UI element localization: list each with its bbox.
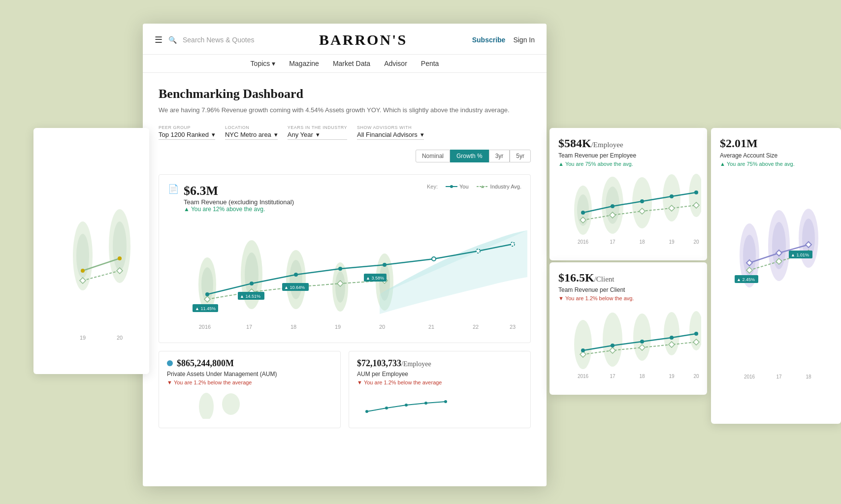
advisors-label: SHOW ADVISORS WITH xyxy=(357,125,424,130)
key-label: Key: xyxy=(427,184,438,189)
svg-point-74 xyxy=(640,199,644,203)
rev-employee-card: $584K/Employee Team Revenue per Employee… xyxy=(550,128,707,260)
key-industry: Industry Avg. xyxy=(477,184,521,189)
rev-emp-chart: 2016 17 18 19 20 xyxy=(558,171,701,250)
location-label: LOCATION xyxy=(225,125,278,130)
svg-point-82 xyxy=(574,320,592,369)
aum-emp-unit: /Employee xyxy=(401,360,431,368)
location-arrow: ▾ xyxy=(274,131,278,138)
svg-point-23 xyxy=(383,263,387,267)
svg-text:21: 21 xyxy=(428,324,434,330)
years-value: Any Year xyxy=(288,131,313,138)
svg-point-75 xyxy=(670,194,674,198)
page-title: Benchmarking Dashboard xyxy=(159,87,531,101)
main-card-icon: 📄 xyxy=(168,184,179,194)
svg-point-24 xyxy=(432,257,436,261)
rev-emp-change: ▲ You are 75% above the avg. xyxy=(558,161,698,167)
filter-years: YEARS IN THE INDUSTRY Any Year ▾ xyxy=(288,125,347,140)
aum-emp-arrow: ▼ xyxy=(357,379,362,385)
main-chart-svg: ▲ 11.45% ▲ 14.51% ▲ 10.64% ▲ 3.58% 2016 … xyxy=(168,216,531,334)
svg-point-26 xyxy=(511,242,515,246)
svg-text:2016: 2016 xyxy=(744,374,755,379)
far-right-chart: ▲ 2.45% ▲ 1.01% 2016 17 18 xyxy=(720,167,838,413)
svg-point-43 xyxy=(199,393,214,419)
nav-magazine[interactable]: Magazine xyxy=(289,60,319,67)
site-logo: BARRON'S xyxy=(319,32,407,48)
svg-text:▲ 10.64%: ▲ 10.64% xyxy=(284,285,305,290)
far-right-value: $2.01M xyxy=(720,137,832,150)
advisors-arrow: ▾ xyxy=(420,131,424,138)
aum-card: $865,244,800M Private Assets Under Manag… xyxy=(159,351,341,428)
aum-change-text: You are 1.2% below the average xyxy=(174,379,252,385)
aum-change-arrow: ▼ xyxy=(167,379,172,385)
svg-point-57 xyxy=(118,256,122,260)
svg-text:19: 19 xyxy=(669,374,675,379)
svg-text:17: 17 xyxy=(610,239,615,245)
search-bar[interactable]: Search News & Quotes xyxy=(183,36,255,44)
rev-emp-value: $584K/Employee xyxy=(558,137,698,150)
main-metric-value: $6.3M xyxy=(184,184,294,198)
svg-point-66 xyxy=(689,174,701,217)
header: ☰ 🔍 Search News & Quotes BARRON'S Subscr… xyxy=(143,24,547,55)
location-select[interactable]: NYC Metro area ▾ xyxy=(225,131,278,140)
nav-market-data[interactable]: Market Data xyxy=(333,60,370,67)
svg-point-72 xyxy=(581,211,585,215)
toggle-nominal[interactable]: Nominal xyxy=(416,150,450,162)
svg-text:2016: 2016 xyxy=(578,374,589,379)
svg-point-84 xyxy=(633,314,651,361)
rev-client-label: Team Revenue per Client xyxy=(558,286,698,293)
advisors-value: All Financial Advisors xyxy=(357,131,418,138)
svg-text:18: 18 xyxy=(291,324,296,330)
far-right-label: Average Account Size xyxy=(720,152,832,159)
far-right-change-text: You are 75% above the avg. xyxy=(727,161,795,167)
svg-point-49 xyxy=(444,400,447,403)
subscribe-link[interactable]: Subscribe xyxy=(472,36,506,44)
nav-penta[interactable]: Penta xyxy=(421,60,439,67)
years-select[interactable]: Any Year ▾ xyxy=(288,131,347,140)
svg-point-56 xyxy=(81,269,85,273)
toggle-group: Nominal Growth % 3yr 5yr xyxy=(416,150,531,162)
nav-topics[interactable]: Topics ▾ xyxy=(251,60,276,67)
nav-advisor[interactable]: Advisor xyxy=(384,60,407,67)
svg-text:17: 17 xyxy=(246,324,252,330)
svg-text:18: 18 xyxy=(639,239,645,245)
toggle-5yr[interactable]: 5yr xyxy=(510,150,531,162)
far-right-card: $2.01M Average Account Size ▲ You are 75… xyxy=(711,128,841,424)
hamburger-icon[interactable]: ☰ xyxy=(155,34,162,45)
svg-point-22 xyxy=(338,267,342,271)
peer-group-select[interactable]: Top 1200 Ranked ▾ xyxy=(159,131,215,140)
main-metric-label: Team Revenue (excluding Institutional) xyxy=(184,198,294,206)
svg-text:2016: 2016 xyxy=(578,239,589,245)
svg-text:17: 17 xyxy=(610,374,615,379)
toggle-growth[interactable]: Growth % xyxy=(450,150,489,162)
aum-emp-mini-chart xyxy=(357,389,455,419)
svg-point-96 xyxy=(694,332,698,336)
svg-point-94 xyxy=(640,340,644,344)
svg-point-47 xyxy=(405,404,408,407)
svg-text:18: 18 xyxy=(639,374,645,379)
svg-point-1 xyxy=(450,185,453,188)
search-icon: 🔍 xyxy=(168,36,177,44)
aum-label: Private Assets Under Management (AUM) xyxy=(167,371,332,378)
main-change-text: You are 12% above the avg. xyxy=(191,206,265,213)
svg-point-92 xyxy=(581,348,585,352)
aum-mini-chart xyxy=(167,389,265,419)
aum-change: ▼ You are 1.2% below the average xyxy=(167,379,332,385)
aum-card-header: $865,244,800M xyxy=(167,358,332,369)
filter-row: PEER GROUP Top 1200 Ranked ▾ LOCATION NY… xyxy=(159,125,531,162)
toggle-3yr[interactable]: 3yr xyxy=(489,150,510,162)
filter-advisors: SHOW ADVISORS WITH All Financial Advisor… xyxy=(357,125,424,140)
far-right-change: ▲ You are 75% above the avg. xyxy=(720,161,832,167)
advisors-select[interactable]: All Financial Advisors ▾ xyxy=(357,131,424,140)
svg-point-46 xyxy=(385,407,388,410)
main-card-header: 📄 $6.3M Team Revenue (excluding Institut… xyxy=(168,184,521,213)
signin-link[interactable]: Sign In xyxy=(513,36,535,44)
rev-client-change-text: You are 1.2% below the avg. xyxy=(565,295,634,301)
svg-point-19 xyxy=(205,292,209,296)
svg-point-95 xyxy=(670,336,674,340)
peer-group-label: PEER GROUP xyxy=(159,125,215,130)
svg-text:▲ 14.51%: ▲ 14.51% xyxy=(240,294,260,299)
rev-client-arrow: ▼ xyxy=(558,295,564,301)
svg-point-44 xyxy=(222,393,240,415)
rev-client-change: ▼ You are 1.2% below the avg. xyxy=(558,295,698,301)
